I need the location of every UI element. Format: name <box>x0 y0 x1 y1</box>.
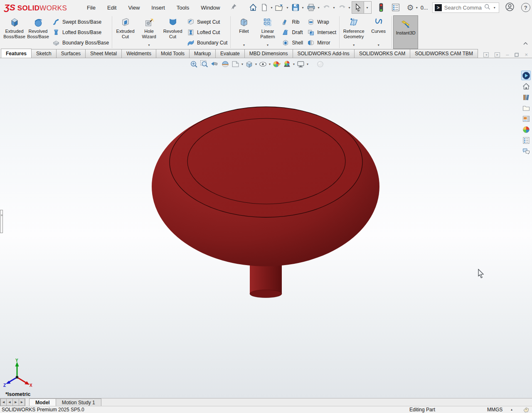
view-orientation-dropdown-arrow[interactable]: ▾ <box>255 62 257 66</box>
hole-wizard-button[interactable]: Hole Wizard ▾ <box>137 15 161 49</box>
knob-body[interactable] <box>152 107 379 266</box>
pin-menu-icon[interactable] <box>230 3 237 12</box>
curves-dropdown-arrow[interactable]: ▾ <box>378 43 379 48</box>
new-document-button[interactable] <box>259 2 270 13</box>
doc-restore-button[interactable] <box>515 53 519 57</box>
view-settings-dropdown-arrow[interactable]: ▾ <box>307 62 308 66</box>
reference-geometry-button[interactable]: Reference Geometry ▾ <box>341 15 367 49</box>
first-tab-button[interactable]: ◀ <box>0 398 7 406</box>
extruded-cut-button[interactable]: Extruded Cut <box>113 15 137 49</box>
design-library-icon[interactable] <box>521 92 531 102</box>
menu-view[interactable]: View <box>122 3 145 12</box>
new-dropdown-arrow[interactable]: ▾ <box>271 6 272 10</box>
search-input[interactable] <box>444 5 482 11</box>
options-gear-icon[interactable]: ⚙ <box>406 2 415 13</box>
reference-geometry-dropdown-arrow[interactable]: ▾ <box>353 43 355 48</box>
menu-tools[interactable]: Tools <box>171 3 195 12</box>
instant3d-button[interactable]: Instant3D <box>393 15 418 49</box>
next-tab-button[interactable]: ▶ <box>12 398 19 406</box>
motion-study-1-tab[interactable]: Motion Study 1 <box>56 398 101 406</box>
hide-show-dropdown-arrow[interactable]: ▾ <box>269 62 271 66</box>
curves-button[interactable]: Curves ▾ <box>367 15 390 49</box>
3dexperience-icon[interactable] <box>521 71 531 80</box>
boundary-cut-button[interactable]: Boundary Cut <box>187 38 227 47</box>
interference-light-icon[interactable] <box>377 2 386 13</box>
help-icon[interactable]: ? <box>521 3 530 12</box>
units-selector[interactable]: MMGS <box>487 407 502 413</box>
open-button[interactable] <box>273 2 286 13</box>
annotation-views-icon[interactable] <box>231 59 240 69</box>
tab-weldments[interactable]: Weldments <box>121 49 156 58</box>
previous-view-icon[interactable] <box>210 59 219 69</box>
tab-sketch[interactable]: Sketch <box>31 49 57 58</box>
fillet-button[interactable]: Fillet ▾ <box>232 15 256 49</box>
swept-cut-button[interactable]: Swept Cut <box>187 17 227 27</box>
fillet-dropdown-arrow[interactable]: ▾ <box>243 43 245 48</box>
apply-scene-dropdown-arrow[interactable]: ▾ <box>293 62 295 66</box>
menu-insert[interactable]: Insert <box>145 3 171 12</box>
open-dropdown-arrow[interactable]: ▾ <box>286 6 288 10</box>
solidworks-forum-icon[interactable] <box>521 146 531 156</box>
lofted-cut-button[interactable]: Lofted Cut <box>187 28 227 37</box>
home-button[interactable] <box>247 2 259 13</box>
apply-scene-icon[interactable] <box>282 59 292 69</box>
print-dropdown-arrow[interactable]: ▾ <box>318 6 320 10</box>
menu-file[interactable]: File <box>81 3 101 12</box>
hide-show-items-icon[interactable] <box>258 59 268 69</box>
search-icon[interactable] <box>484 4 490 12</box>
pane-right-icon[interactable]: ▸ <box>495 52 500 57</box>
feature-manager-splitter[interactable] <box>0 210 3 233</box>
save-button[interactable] <box>290 2 301 13</box>
lofted-boss-base-button[interactable]: Lofted Boss/Base <box>52 28 109 37</box>
units-dropdown-arrow[interactable]: ▴ <box>511 408 512 411</box>
tab-surfaces[interactable]: Surfaces <box>56 49 86 58</box>
doc-minimize-button[interactable]: – <box>506 52 509 58</box>
select-dropdown-arrow[interactable]: ▾ <box>364 2 371 13</box>
user-account-icon[interactable] <box>505 2 515 13</box>
swept-boss-base-button[interactable]: Swept Boss/Base <box>52 17 109 27</box>
file-explorer-icon[interactable] <box>521 103 531 113</box>
search-dropdown-arrow[interactable]: ▾ <box>494 6 495 10</box>
revolved-boss-base-button[interactable]: Revolved Boss/Base <box>26 15 50 49</box>
collapse-ribbon-chevron[interactable] <box>523 39 528 47</box>
rib-button[interactable]: Rib <box>282 17 303 27</box>
graphics-viewport[interactable]: ▾ ▾ ▾ ▾ ▾ Y X Z *Isometric <box>0 59 532 398</box>
tab-markup[interactable]: Markup <box>189 49 216 58</box>
annotation-views-dropdown-arrow[interactable]: ▾ <box>241 62 243 66</box>
section-view-icon[interactable] <box>220 59 230 69</box>
print-button[interactable] <box>305 2 317 13</box>
menu-window[interactable]: Window <box>195 3 226 12</box>
tab-sheet-metal[interactable]: Sheet Metal <box>85 49 122 58</box>
view-palette-icon[interactable] <box>521 114 531 123</box>
part-red-knob[interactable] <box>0 59 532 398</box>
tab-mold-tools[interactable]: Mold Tools <box>156 49 190 58</box>
boundary-boss-base-button[interactable]: Boundary Boss/Base <box>52 38 109 47</box>
home-pane-icon[interactable] <box>521 81 531 91</box>
tab-mbd-dimensions[interactable]: MBD Dimensions <box>244 49 293 58</box>
prev-tab-button[interactable]: ◀ <box>6 398 13 406</box>
save-dropdown-arrow[interactable]: ▾ <box>302 6 304 10</box>
mirror-button[interactable]: Mirror <box>307 38 336 47</box>
linear-pattern-dropdown-arrow[interactable]: ▾ <box>267 43 268 48</box>
tab-evaluate[interactable]: Evaluate <box>215 49 245 58</box>
last-tab-button[interactable]: ▶ <box>19 398 25 406</box>
linear-pattern-button[interactable]: Linear Pattern ▾ <box>256 15 279 49</box>
edit-appearance-icon[interactable] <box>272 59 281 69</box>
wrap-button[interactable]: Wrap <box>307 17 336 27</box>
zoom-to-fit-icon[interactable] <box>189 59 199 69</box>
display-pane-icon[interactable] <box>390 2 401 13</box>
intersect-button[interactable]: Intersect <box>307 28 336 37</box>
shell-button[interactable]: Shell <box>282 38 303 47</box>
tab-features[interactable]: Features <box>1 49 32 58</box>
options-dropdown-arrow[interactable]: ▾ <box>416 6 418 10</box>
revolved-cut-button[interactable]: Revolved Cut <box>161 15 185 49</box>
menu-edit[interactable]: Edit <box>101 3 122 12</box>
custom-properties-icon[interactable] <box>521 135 531 145</box>
tab-solidworks-cam-tbm[interactable]: SOLIDWORKS CAM TBM <box>410 49 478 58</box>
view-settings-icon[interactable] <box>296 59 305 69</box>
model-tab[interactable]: Model <box>29 398 56 406</box>
view-orientation-icon[interactable] <box>244 59 254 69</box>
pane-left-icon[interactable]: ◂ <box>483 52 489 57</box>
tag-icon[interactable] <box>523 407 530 413</box>
draft-button[interactable]: Draft <box>282 28 303 37</box>
